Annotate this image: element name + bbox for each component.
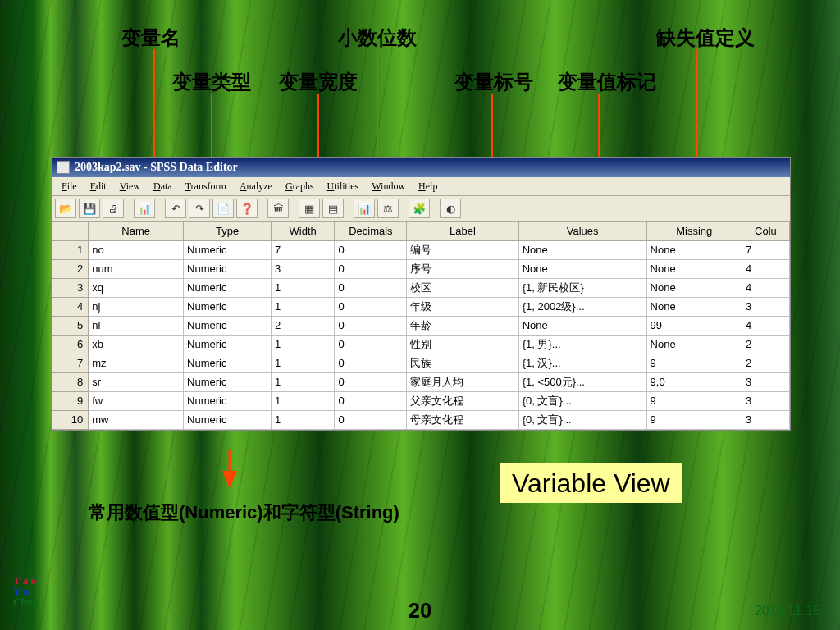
toolbar-btn-14[interactable]: ▤ bbox=[322, 199, 344, 218]
table-row[interactable]: 6xbNumeric10性别{1, 男}...None2 bbox=[52, 336, 790, 354]
cell-dec[interactable]: 0 bbox=[335, 260, 407, 279]
cell-missing[interactable]: None bbox=[646, 336, 742, 354]
cell-values[interactable]: {0, 文盲}... bbox=[518, 411, 646, 430]
cell-width[interactable]: 3 bbox=[271, 260, 334, 279]
cell-values[interactable]: {0, 文盲}... bbox=[518, 392, 646, 411]
cell-col[interactable]: 3 bbox=[742, 392, 789, 411]
cell-values[interactable]: None bbox=[518, 241, 646, 260]
toolbar-btn-2[interactable]: 🖨 bbox=[103, 199, 124, 218]
menu-window[interactable]: Window bbox=[365, 177, 412, 195]
toolbar[interactable]: 📂💾🖨📊↶↷📄❓🏛▦▤📊⚖🧩◐ bbox=[52, 196, 790, 221]
menu-utilities[interactable]: Utilities bbox=[321, 177, 366, 195]
cell-type[interactable]: Numeric bbox=[184, 411, 272, 430]
cell-col[interactable]: 2 bbox=[742, 336, 789, 354]
toolbar-btn-21[interactable]: ◐ bbox=[440, 199, 461, 218]
toolbar-btn-19[interactable]: 🧩 bbox=[409, 199, 430, 218]
cell-type[interactable]: Numeric bbox=[184, 279, 272, 298]
table-row[interactable]: 7mzNumeric10民族{1, 汉}...92 bbox=[52, 354, 790, 373]
cell-name[interactable]: num bbox=[89, 260, 184, 279]
cell-label[interactable]: 序号 bbox=[407, 260, 518, 279]
toolbar-btn-11[interactable]: 🏛 bbox=[267, 199, 289, 218]
col-header-type[interactable]: Type bbox=[184, 222, 272, 241]
col-header-values[interactable]: Values bbox=[518, 222, 646, 241]
toolbar-btn-7[interactable]: ↷ bbox=[189, 199, 210, 218]
cell-name[interactable]: fw bbox=[89, 392, 184, 411]
cell-type[interactable]: Numeric bbox=[184, 336, 272, 354]
table-row[interactable]: 9fwNumeric10父亲文化程{0, 文盲}...93 bbox=[52, 392, 790, 411]
cell-dec[interactable]: 0 bbox=[335, 317, 407, 336]
cell-label[interactable]: 母亲文化程 bbox=[407, 411, 518, 430]
row-header[interactable]: 8 bbox=[52, 373, 89, 392]
menu-graphs[interactable]: Graphs bbox=[279, 177, 321, 195]
cell-values[interactable]: {1, 新民校区} bbox=[518, 279, 646, 298]
window-titlebar[interactable]: 2003kap2.sav - SPSS Data Editor bbox=[52, 158, 790, 177]
cell-type[interactable]: Numeric bbox=[184, 392, 272, 411]
cell-type[interactable]: Numeric bbox=[184, 373, 272, 392]
toolbar-btn-6[interactable]: ↶ bbox=[165, 199, 186, 218]
toolbar-btn-16[interactable]: 📊 bbox=[354, 199, 375, 218]
cell-label[interactable]: 父亲文化程 bbox=[407, 392, 518, 411]
cell-col[interactable]: 4 bbox=[742, 260, 789, 279]
cell-missing[interactable]: 9 bbox=[646, 392, 742, 411]
cell-missing[interactable]: 9 bbox=[646, 354, 742, 373]
cell-label[interactable]: 性别 bbox=[407, 336, 518, 354]
cell-name[interactable]: nj bbox=[89, 298, 184, 317]
col-header-label[interactable]: Label bbox=[407, 222, 518, 241]
menu-edit[interactable]: Edit bbox=[84, 177, 113, 195]
col-header-decimals[interactable]: Decimals bbox=[335, 222, 407, 241]
cell-values[interactable]: None bbox=[518, 317, 646, 336]
cell-label[interactable]: 家庭月人均 bbox=[407, 373, 518, 392]
cell-missing[interactable]: 9,0 bbox=[646, 373, 742, 392]
cell-width[interactable]: 7 bbox=[271, 241, 334, 260]
cell-width[interactable]: 1 bbox=[271, 279, 334, 298]
cell-missing[interactable]: None bbox=[646, 260, 742, 279]
row-header[interactable]: 3 bbox=[52, 279, 89, 298]
toolbar-btn-4[interactable]: 📊 bbox=[134, 199, 155, 218]
cell-name[interactable]: xb bbox=[89, 336, 184, 354]
table-row[interactable]: 2numNumeric30序号NoneNone4 bbox=[52, 260, 790, 279]
cell-dec[interactable]: 0 bbox=[335, 241, 407, 260]
menu-file[interactable]: File bbox=[55, 177, 84, 195]
cell-missing[interactable]: 99 bbox=[646, 317, 742, 336]
menubar[interactable]: FileEditViewDataTransformAnalyzeGraphsUt… bbox=[52, 177, 790, 196]
cell-col[interactable]: 2 bbox=[742, 354, 789, 373]
cell-label[interactable]: 校区 bbox=[407, 279, 518, 298]
cell-col[interactable]: 4 bbox=[742, 279, 789, 298]
menu-data[interactable]: Data bbox=[147, 177, 179, 195]
cell-col[interactable]: 3 bbox=[742, 298, 789, 317]
table-row[interactable]: 3xqNumeric10校区{1, 新民校区}None4 bbox=[52, 279, 790, 298]
cell-dec[interactable]: 0 bbox=[335, 336, 407, 354]
cell-width[interactable]: 1 bbox=[271, 392, 334, 411]
cell-width[interactable]: 2 bbox=[271, 317, 334, 336]
cell-label[interactable]: 编号 bbox=[407, 241, 518, 260]
row-header[interactable]: 9 bbox=[52, 392, 89, 411]
cell-col[interactable]: 3 bbox=[742, 411, 789, 430]
menu-view[interactable]: View bbox=[113, 177, 147, 195]
cell-label[interactable]: 民族 bbox=[407, 354, 518, 373]
cell-name[interactable]: mw bbox=[89, 411, 184, 430]
cell-name[interactable]: sr bbox=[89, 373, 184, 392]
menu-analyze[interactable]: Analyze bbox=[233, 177, 279, 195]
cell-values[interactable]: {1, 男}... bbox=[518, 336, 646, 354]
cell-missing[interactable]: None bbox=[646, 241, 742, 260]
cell-width[interactable]: 1 bbox=[271, 411, 334, 430]
cell-name[interactable]: mz bbox=[89, 354, 184, 373]
cell-dec[interactable]: 0 bbox=[335, 411, 407, 430]
cell-width[interactable]: 1 bbox=[271, 298, 334, 317]
cell-type[interactable]: Numeric bbox=[184, 298, 272, 317]
table-row[interactable]: 1noNumeric70编号NoneNone7 bbox=[52, 241, 790, 260]
menu-help[interactable]: Help bbox=[412, 177, 444, 195]
cell-values[interactable]: None bbox=[518, 260, 646, 279]
row-header[interactable]: 6 bbox=[52, 336, 89, 354]
toolbar-btn-9[interactable]: ❓ bbox=[236, 199, 258, 218]
cell-col[interactable]: 4 bbox=[742, 317, 789, 336]
cell-dec[interactable]: 0 bbox=[335, 279, 407, 298]
cell-width[interactable]: 1 bbox=[271, 336, 334, 354]
cell-label[interactable]: 年龄 bbox=[407, 317, 518, 336]
cell-col[interactable]: 7 bbox=[742, 241, 789, 260]
cell-missing[interactable]: None bbox=[646, 298, 742, 317]
variable-view-grid[interactable]: NameTypeWidthDecimalsLabelValuesMissingC… bbox=[52, 221, 790, 430]
toolbar-btn-1[interactable]: 💾 bbox=[79, 199, 100, 218]
cell-dec[interactable]: 0 bbox=[335, 392, 407, 411]
row-header[interactable]: 2 bbox=[52, 260, 89, 279]
